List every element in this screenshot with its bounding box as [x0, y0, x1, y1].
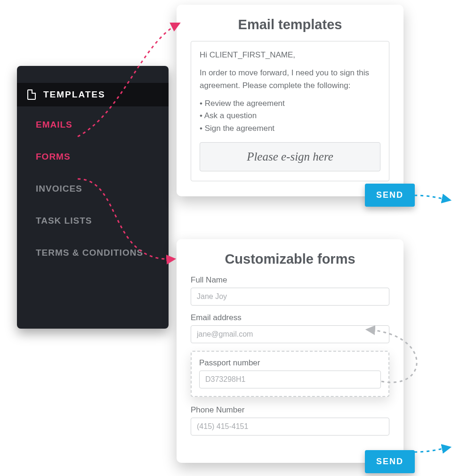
email-body: Hi CLIENT_FIRST_NAME, In order to move f…	[191, 41, 389, 181]
field-full-name: Full Name	[191, 275, 389, 306]
send-button[interactable]: SEND	[365, 450, 415, 473]
sidebar: TEMPLATES EMAILS FORMS INVOICES TASK LIS…	[17, 66, 169, 329]
field-passport: Passport number	[199, 358, 381, 388]
email-input[interactable]	[191, 325, 389, 343]
sidebar-item-emails[interactable]: EMAILS	[36, 120, 169, 130]
esign-placeholder: Please e-sign here	[247, 148, 333, 166]
sidebar-item-forms[interactable]: FORMS	[36, 152, 169, 162]
passport-input[interactable]	[199, 371, 381, 388]
phone-input[interactable]	[191, 418, 389, 436]
email-bullet: Sign the agreement	[200, 122, 380, 135]
sidebar-items: EMAILS FORMS INVOICES TASK LISTS TERMS &…	[17, 106, 169, 258]
card-title: Customizable forms	[191, 251, 389, 267]
field-email: Email address	[191, 313, 389, 343]
sidebar-item-task-lists[interactable]: TASK LISTS	[36, 216, 169, 226]
arrow-send-email-out	[414, 195, 450, 200]
arrow-send-forms-out	[414, 447, 450, 452]
field-phone: Phone Number	[191, 405, 389, 436]
file-icon	[27, 89, 36, 100]
sidebar-item-invoices[interactable]: INVOICES	[36, 184, 169, 194]
email-greeting: Hi CLIENT_FIRST_NAME,	[200, 49, 380, 61]
field-label: Full Name	[191, 275, 389, 285]
esign-field[interactable]: Please e-sign here	[200, 142, 380, 171]
sidebar-item-label: INVOICES	[36, 184, 82, 194]
email-intro: In order to move forward, I need you to …	[200, 67, 380, 92]
card-title: Email templates	[191, 17, 389, 32]
email-templates-card: Email templates Hi CLIENT_FIRST_NAME, In…	[177, 5, 404, 196]
email-bullet: Ask a question	[200, 110, 380, 122]
full-name-input[interactable]	[191, 288, 389, 306]
field-label: Email address	[191, 313, 389, 323]
sidebar-item-label: TERMS & CONDITIONS	[36, 248, 143, 258]
sidebar-item-label: FORMS	[36, 152, 71, 161]
sidebar-item-label: TASK LISTS	[36, 216, 92, 226]
field-label: Passport number	[199, 358, 381, 368]
email-bullet-list: Review the agreement Ask a question Sign…	[200, 97, 380, 135]
forms-card: Customizable forms Full Name Email addre…	[177, 239, 404, 463]
field-label: Phone Number	[191, 405, 389, 415]
sidebar-item-terms[interactable]: TERMS & CONDITIONS	[36, 248, 169, 258]
email-bullet: Review the agreement	[200, 97, 380, 110]
send-button[interactable]: SEND	[365, 184, 415, 207]
sidebar-item-label: EMAILS	[36, 120, 73, 129]
passport-draggable-block[interactable]: Passport number	[191, 351, 389, 397]
sidebar-header: TEMPLATES	[17, 83, 169, 106]
sidebar-title: TEMPLATES	[43, 89, 105, 100]
